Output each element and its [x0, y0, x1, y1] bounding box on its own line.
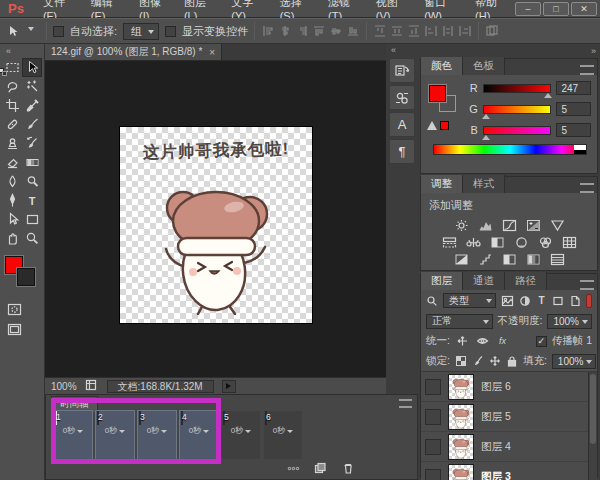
image-artboard[interactable]: 这片帅哥我承包啦! — [120, 127, 312, 323]
zoom-level-field[interactable]: 100% — [51, 381, 77, 392]
align-v-centers-icon[interactable] — [329, 24, 343, 38]
animation-frame-5[interactable]: 5 0秒 — [222, 411, 260, 459]
unify-position-icon[interactable] — [455, 334, 470, 348]
layer-name[interactable]: 图层 5 — [481, 410, 511, 424]
spot-healing-brush-tool[interactable] — [2, 115, 22, 134]
preset-dropdown-icon[interactable] — [26, 24, 40, 38]
history-brush-tool[interactable] — [22, 134, 42, 153]
visibility-toggle[interactable] — [425, 439, 441, 455]
strip-collapse-icon[interactable]: « — [386, 44, 418, 56]
distribute-v-centers-icon[interactable] — [390, 24, 404, 38]
type-tool[interactable]: T — [22, 191, 42, 210]
layer-row[interactable]: 图层 6 — [421, 372, 597, 402]
layer-filter-type-dropdown[interactable]: 类型 — [443, 293, 496, 308]
threshold-icon[interactable] — [501, 252, 518, 266]
layers-panel-menu-icon[interactable] — [580, 280, 594, 290]
layer-name[interactable]: 图层 4 — [481, 440, 511, 454]
photo-filter-icon[interactable] — [513, 235, 530, 249]
align-h-centers-icon[interactable] — [278, 24, 292, 38]
path-selection-tool[interactable] — [2, 210, 22, 229]
lock-transparency-icon[interactable] — [455, 354, 467, 368]
clone-stamp-tool[interactable] — [2, 134, 22, 153]
crop-tool[interactable] — [2, 96, 22, 115]
tween-frames-icon[interactable] — [286, 461, 301, 475]
quick-mask-mode-icon[interactable] — [7, 302, 21, 316]
document-tab-close-icon[interactable]: × — [209, 47, 215, 58]
frame-delay-dropdown[interactable]: 0秒 — [181, 425, 217, 436]
default-colors-icon[interactable] — [0, 68, 8, 77]
layer-thumbnail[interactable] — [448, 374, 474, 400]
gradient-map-icon[interactable] — [525, 252, 542, 266]
blend-mode-dropdown[interactable]: 正常 — [426, 314, 493, 329]
adjustments-panel-menu-icon[interactable] — [580, 183, 594, 193]
tab-timeline[interactable]: 时间轴 — [51, 396, 98, 412]
auto-select-checkbox[interactable] — [53, 26, 64, 37]
filter-smart-objects-icon[interactable] — [569, 294, 581, 308]
tab-layers[interactable]: 图层 — [421, 272, 463, 290]
channel-mixer-icon[interactable] — [537, 235, 554, 249]
visibility-toggle[interactable] — [425, 379, 441, 395]
layer-row[interactable]: 图层 5 — [421, 402, 597, 432]
frame-delay-dropdown[interactable]: 0秒 — [223, 425, 259, 436]
timeline-panel-menu-icon[interactable] — [399, 399, 412, 408]
fill-dropdown[interactable]: 100% — [552, 354, 597, 369]
toolbar-collapse-icon[interactable]: « — [0, 44, 44, 58]
tab-paths[interactable]: 路径 — [505, 272, 547, 290]
tab-styles[interactable]: 样式 — [463, 175, 505, 193]
animation-frame-2[interactable]: 2 0秒 — [96, 411, 134, 459]
paragraph-panel-icon[interactable]: ¶ — [389, 139, 415, 164]
dock-collapse-icon[interactable]: » — [591, 46, 596, 56]
lock-pixels-icon[interactable] — [472, 354, 484, 368]
frame-delay-dropdown[interactable]: 0秒 — [139, 425, 175, 436]
auto-align-layers-icon[interactable] — [485, 24, 499, 38]
lasso-tool[interactable] — [2, 77, 22, 96]
tab-adjustments[interactable]: 调整 — [421, 175, 463, 193]
hue-saturation-icon[interactable] — [441, 235, 458, 249]
pen-tool[interactable] — [2, 191, 22, 210]
rectangle-tool[interactable] — [22, 210, 42, 229]
selective-color-icon[interactable] — [549, 252, 566, 266]
hand-tool[interactable] — [2, 229, 22, 248]
filter-pixel-layers-icon[interactable] — [501, 294, 514, 308]
animation-frame-6[interactable]: 6 0秒 — [264, 411, 302, 459]
show-transform-checkbox[interactable] — [165, 26, 176, 37]
lock-all-icon[interactable] — [506, 354, 518, 368]
maximize-button[interactable]: □ — [543, 2, 569, 16]
lock-position-icon[interactable] — [489, 354, 501, 368]
dodge-tool[interactable] — [22, 172, 42, 191]
curves-icon[interactable] — [501, 218, 518, 232]
blue-slider[interactable] — [483, 126, 552, 135]
green-slider[interactable] — [483, 105, 552, 114]
tab-color[interactable]: 颜色 — [421, 57, 463, 75]
align-bottom-edges-icon[interactable] — [346, 24, 360, 38]
frame-delay-dropdown[interactable]: 0秒 — [97, 425, 133, 436]
screen-mode-icon[interactable] — [7, 322, 21, 336]
levels-icon[interactable] — [477, 218, 494, 232]
document-tab[interactable]: 124.gif @ 100% (图层 1, RGB/8) * × — [45, 44, 222, 60]
eyedropper-tool[interactable] — [22, 96, 42, 115]
red-value-field[interactable]: 247 — [556, 81, 591, 95]
unify-style-icon[interactable]: fx — [495, 334, 510, 348]
magic-wand-tool[interactable] — [22, 77, 42, 96]
animation-frame-3[interactable]: 3 0秒 — [138, 411, 176, 459]
status-options-arrow[interactable] — [222, 380, 236, 393]
visibility-toggle[interactable] — [425, 469, 441, 480]
blue-value-field[interactable]: 5 — [556, 123, 591, 137]
posterize-icon[interactable] — [477, 252, 494, 266]
color-lookup-icon[interactable] — [561, 235, 578, 249]
filter-type-layers-icon[interactable]: T — [536, 294, 547, 308]
layer-name[interactable]: 图层 3 — [481, 470, 511, 480]
red-slider[interactable] — [483, 84, 552, 93]
background-color-swatch[interactable] — [17, 268, 35, 286]
distribute-bottom-icon[interactable] — [407, 24, 421, 38]
align-left-edges-icon[interactable] — [261, 24, 275, 38]
distribute-right-icon[interactable] — [458, 24, 472, 38]
black-white-icon[interactable] — [489, 235, 506, 249]
character-panel-icon[interactable]: A — [389, 112, 415, 137]
panel-foreground-swatch[interactable] — [429, 85, 446, 102]
layer-thumbnail[interactable] — [448, 434, 474, 460]
color-panel-menu-icon[interactable] — [580, 65, 594, 75]
distribute-left-icon[interactable] — [424, 24, 438, 38]
animation-frame-1[interactable]: 1 0秒 — [54, 411, 92, 459]
opacity-dropdown[interactable]: 100% — [547, 314, 592, 329]
